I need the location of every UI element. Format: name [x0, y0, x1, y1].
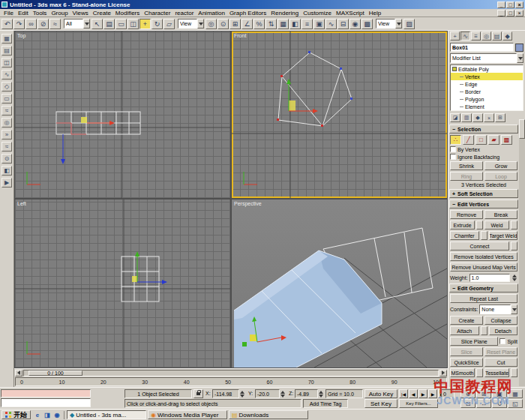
bind-to-space-warp-icon[interactable]: ≈ — [50, 19, 61, 29]
stack-item-polygon[interactable]: Polygon — [451, 95, 523, 103]
spinner-snap-icon[interactable]: ⇅ — [266, 19, 277, 29]
remove-isolated-vertices-button[interactable]: Remove Isolated Vertices — [450, 252, 518, 261]
x-spinner[interactable] — [239, 389, 245, 398]
reset-plane-button[interactable]: Reset Plane — [484, 347, 518, 356]
motion-tab-icon[interactable]: ◎ — [482, 32, 491, 40]
modify-tab-icon[interactable]: ∿ — [460, 32, 470, 40]
menu-item[interactable]: Edit — [16, 10, 31, 16]
selection-filter-dropdown[interactable]: All — [64, 19, 90, 28]
chevron-down-icon[interactable] — [197, 19, 204, 28]
show-end-result-icon[interactable]: ▥ — [461, 113, 472, 122]
reactor-rope-icon[interactable]: ∿ — [2, 70, 12, 80]
x-coordinate-field[interactable]: -114.98 — [212, 389, 239, 398]
use-pivot-point-icon[interactable]: ◎ — [206, 19, 217, 29]
viewport-front[interactable]: Front — [232, 32, 447, 198]
stack-item-border[interactable]: Border — [451, 88, 523, 95]
configure-modifier-sets-icon[interactable]: ⊞ — [495, 113, 506, 122]
stack-item-element[interactable]: Element — [451, 103, 523, 110]
y-coordinate-field[interactable]: -20.0 — [255, 389, 280, 398]
slice-button[interactable]: Slice — [450, 347, 483, 356]
menu-item[interactable]: Modifiers — [113, 10, 142, 16]
connect-settings-icon[interactable] — [511, 242, 518, 250]
remove-button[interactable]: Remove — [450, 210, 483, 219]
material-editor-icon[interactable]: ◉ — [350, 19, 361, 29]
quicklaunch-media-icon[interactable]: ◉ — [52, 410, 62, 419]
macro-recorder-pane[interactable] — [1, 389, 91, 398]
chevron-down-icon[interactable] — [395, 19, 402, 28]
window-crossing-icon[interactable]: ◫ — [128, 19, 139, 29]
selection-rollout-header[interactable]: − Selection — [449, 124, 518, 134]
time-slider-handle[interactable]: 0 / 100 — [28, 370, 82, 376]
menu-item[interactable]: Animation — [196, 10, 227, 16]
render-scene-icon[interactable]: ▩ — [362, 19, 373, 29]
remove-modifier-icon[interactable]: × — [484, 113, 494, 122]
menu-item[interactable]: Character — [142, 10, 172, 16]
maxscript-listener-pane[interactable] — [1, 398, 91, 407]
viewport-left-label[interactable]: Left — [17, 201, 26, 206]
align-icon[interactable]: ≡ — [302, 19, 313, 29]
by-vertex-checkbox[interactable] — [450, 146, 456, 152]
go-to-start-icon[interactable]: |◀ — [399, 389, 408, 398]
utilities-tab-icon[interactable]: ◆ — [502, 32, 512, 40]
z-spinner[interactable] — [318, 389, 324, 398]
menu-item[interactable]: reactor — [172, 10, 196, 16]
menu-item[interactable]: Help — [367, 10, 383, 16]
menu-item[interactable]: Graph Editors — [227, 10, 268, 16]
mirror-icon[interactable]: ◧ — [290, 19, 301, 29]
split-checkbox[interactable] — [500, 338, 506, 344]
schematic-view-icon[interactable]: ⊟ — [338, 19, 349, 29]
redo-icon[interactable]: ↷ — [14, 19, 25, 29]
layer-manager-icon[interactable]: ▣ — [314, 19, 325, 29]
reactor-wind-icon[interactable]: » — [2, 130, 12, 140]
taskbar-downloads-button[interactable]: ▤ Downloads — [229, 410, 308, 419]
detach-button[interactable]: Detach — [489, 326, 518, 335]
break-button[interactable]: Break — [484, 210, 518, 219]
reactor-cloth-icon[interactable]: ▤ — [2, 46, 12, 56]
select-by-name-icon[interactable]: ▤ — [104, 19, 115, 29]
menu-item[interactable]: Create — [91, 10, 113, 16]
z-coordinate-field[interactable]: -4.89 — [295, 389, 318, 398]
repeat-last-button[interactable]: Repeat Last — [450, 294, 518, 303]
undo-icon[interactable]: ↶ — [2, 19, 13, 29]
unlink-selection-icon[interactable]: ⊘ — [38, 19, 49, 29]
taskbar-wmp-button[interactable]: ◉ Windows Media Player — [148, 410, 227, 419]
object-color-swatch[interactable] — [515, 44, 524, 52]
weight-spinner[interactable] — [512, 273, 518, 282]
select-and-scale-icon[interactable]: ▱ — [164, 19, 175, 29]
msmooth-settings-icon[interactable] — [476, 368, 483, 377]
shaded-mesh[interactable] — [234, 250, 382, 368]
child-close-button[interactable]: × — [515, 10, 524, 16]
curve-editor-icon[interactable]: ∿ — [326, 19, 337, 29]
modifier-list-dropdown[interactable]: Modifier List — [450, 53, 524, 63]
ring-button[interactable]: Ring — [450, 172, 483, 181]
edit-vertices-rollout-header[interactable]: − Edit Vertices — [449, 200, 518, 208]
stack-item-editable-poly[interactable]: Editable Poly — [451, 65, 523, 73]
minimize-button[interactable]: _ — [497, 2, 506, 8]
pin-stack-icon[interactable]: ◪ — [450, 113, 460, 122]
reactor-preview-icon[interactable]: ▶ — [2, 178, 12, 188]
extrude-button[interactable]: Extrude — [450, 220, 475, 230]
create-tab-icon[interactable]: + — [450, 32, 460, 40]
collapse-button[interactable]: Collapse — [484, 316, 518, 325]
render-type-dropdown[interactable]: View — [376, 19, 402, 28]
auto-key-button[interactable]: Auto Key — [364, 389, 398, 398]
reactor-water-icon[interactable]: ≈ — [2, 142, 12, 152]
reference-coordsys-dropdown[interactable]: View — [178, 19, 204, 28]
element-subobject-icon[interactable]: ▩ — [501, 135, 512, 145]
angle-snap-icon[interactable]: ∠ — [242, 19, 253, 29]
menu-item[interactable]: Customize — [301, 10, 334, 16]
object-name-field[interactable]: Box01 — [450, 43, 514, 52]
extrude-settings-icon[interactable] — [476, 220, 483, 230]
maximize-button[interactable]: □ — [506, 2, 514, 8]
add-time-tag[interactable]: Add Time Tag — [303, 399, 348, 408]
reactor-motor-icon[interactable]: ◎ — [2, 118, 12, 128]
chamfer-button[interactable]: Chamfer — [450, 231, 479, 240]
make-unique-icon[interactable]: ◆ — [472, 113, 483, 122]
percent-snap-icon[interactable]: % — [254, 19, 265, 29]
named-selection-sets-icon[interactable]: ▦ — [278, 19, 289, 29]
menu-item[interactable]: MAXScript — [334, 10, 367, 16]
polygon-subobject-icon[interactable]: ▰ — [488, 135, 500, 145]
time-slider-track[interactable]: 0 / 100 — [23, 370, 439, 376]
viewport-top[interactable]: Top — [15, 32, 230, 198]
display-tab-icon[interactable]: ▤ — [492, 32, 502, 40]
